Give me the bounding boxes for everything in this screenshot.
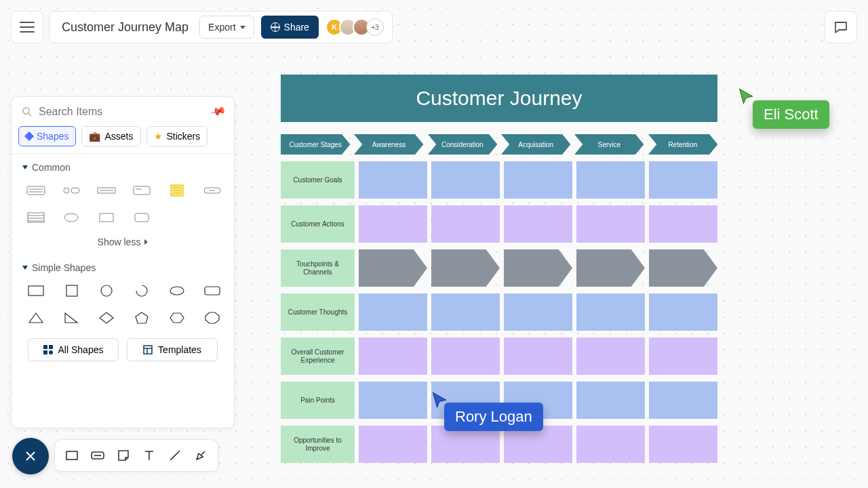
journey-cell[interactable] (431, 293, 500, 331)
shape-rounded-rect-simple[interactable] (199, 281, 226, 300)
close-panel-button[interactable] (12, 438, 49, 474)
journey-cell[interactable] (359, 426, 427, 463)
journey-cell[interactable] (576, 205, 645, 243)
share-button[interactable]: Share (261, 16, 319, 39)
stage-header[interactable]: Retention (648, 134, 717, 155)
journey-cell[interactable] (649, 426, 717, 463)
collaborator-avatars[interactable]: K +3 (326, 18, 384, 36)
shape-rounded-rect[interactable] (128, 208, 155, 227)
journey-cell[interactable] (431, 338, 500, 375)
row-label[interactable]: Overall Customer Experience (281, 338, 355, 375)
touchpoint-arrow[interactable] (504, 249, 572, 287)
stage-header[interactable]: Awareness (354, 134, 423, 155)
tab-assets[interactable]: 💼Assets (81, 126, 140, 146)
shape-connector[interactable] (58, 181, 85, 200)
shape-keyboard[interactable] (22, 181, 50, 200)
journey-title[interactable]: Customer Journey (281, 75, 717, 122)
shape-hexagon[interactable] (163, 308, 191, 327)
journey-cell[interactable] (576, 382, 645, 419)
journey-cell[interactable] (359, 205, 427, 243)
svg-rect-36 (49, 345, 53, 349)
shape-rect[interactable] (93, 208, 120, 227)
journey-cell[interactable] (649, 205, 717, 243)
svg-marker-30 (65, 313, 77, 323)
touchpoint-arrow[interactable] (649, 249, 717, 287)
tool-sticky-note[interactable] (116, 448, 131, 463)
journey-cell[interactable] (431, 426, 500, 463)
journey-cell[interactable] (504, 293, 572, 331)
tool-label[interactable] (90, 448, 105, 463)
svg-point-27 (170, 287, 184, 295)
journey-cell[interactable] (576, 293, 645, 331)
shape-rectangle[interactable] (22, 281, 50, 300)
touchpoint-arrow[interactable] (431, 249, 500, 287)
tool-pen[interactable] (193, 448, 208, 463)
journey-cell[interactable] (431, 161, 500, 199)
journey-cell[interactable] (504, 338, 572, 375)
shape-diamond[interactable] (93, 308, 120, 327)
shape-keyboard-flat[interactable] (93, 181, 120, 200)
svg-rect-25 (66, 285, 77, 296)
shape-sticky[interactable] (163, 181, 191, 200)
journey-cell[interactable] (504, 426, 572, 463)
shape-pill[interactable] (199, 181, 226, 200)
tool-rectangle[interactable] (64, 448, 79, 463)
journey-cell[interactable] (359, 338, 427, 375)
row-label[interactable]: Customer Actions (281, 205, 355, 243)
stage-header[interactable]: Customer Stages (281, 134, 350, 155)
touchpoint-arrow[interactable] (576, 249, 645, 287)
menu-button[interactable] (11, 11, 43, 43)
journey-cell[interactable] (359, 293, 427, 331)
comments-button[interactable] (825, 11, 857, 43)
shape-octagon[interactable] (199, 308, 226, 327)
shape-card[interactable] (128, 181, 155, 200)
journey-cell[interactable] (576, 161, 645, 199)
panel-scroll[interactable]: Common Show less Simple Shapes (12, 153, 234, 428)
journey-cell[interactable] (504, 161, 572, 199)
shape-pentagon[interactable] (128, 308, 155, 327)
all-shapes-button[interactable]: All Shapes (28, 338, 119, 361)
svg-marker-60 (576, 249, 645, 287)
tab-shapes[interactable]: Shapes (18, 126, 76, 146)
stage-header[interactable]: Service (574, 134, 644, 155)
journey-cell[interactable] (649, 161, 717, 199)
document-title[interactable]: Customer Journey Map (58, 20, 193, 35)
journey-cell[interactable] (649, 293, 717, 331)
row-label[interactable]: Pain Points (281, 382, 355, 419)
section-simple[interactable]: Simple Shapes (20, 254, 226, 279)
shape-triangle[interactable] (22, 308, 50, 327)
row-label[interactable]: Opportunities to Improve (281, 426, 355, 463)
journey-cell[interactable] (576, 426, 645, 463)
tool-line[interactable] (167, 448, 182, 463)
common-shapes-grid (20, 178, 226, 230)
shape-ellipse-simple[interactable] (163, 281, 191, 300)
row-label[interactable]: Customer Thoughts (281, 293, 355, 331)
row-label[interactable]: Touchpoints & Channels (281, 249, 355, 287)
journey-cell[interactable] (649, 382, 717, 419)
journey-cell[interactable] (504, 205, 572, 243)
shape-arc[interactable] (128, 281, 155, 300)
shape-right-triangle[interactable] (58, 308, 85, 327)
avatar-more[interactable]: +3 (366, 18, 384, 36)
journey-cell[interactable] (359, 382, 427, 419)
journey-cell[interactable] (431, 205, 500, 243)
shape-table[interactable] (22, 208, 50, 227)
journey-cell[interactable] (576, 338, 645, 375)
shape-circle[interactable] (93, 281, 120, 300)
export-button[interactable]: Export (199, 16, 254, 39)
section-common[interactable]: Common (20, 154, 226, 178)
shape-ellipse[interactable] (58, 208, 85, 227)
touchpoint-arrow[interactable] (359, 249, 427, 287)
show-less-button[interactable]: Show less (20, 230, 226, 254)
row-label[interactable]: Customer Goals (281, 161, 355, 199)
tool-text[interactable] (142, 448, 157, 463)
stage-header[interactable]: Acquisation (501, 134, 570, 155)
search-input[interactable] (39, 106, 205, 118)
stage-header[interactable]: Consideration (428, 134, 497, 155)
journey-cell[interactable] (649, 338, 717, 375)
tab-stickers[interactable]: ★Stickers (146, 126, 208, 146)
templates-button[interactable]: Templates (127, 338, 218, 361)
pin-icon[interactable]: 📌 (209, 102, 227, 120)
journey-cell[interactable] (359, 161, 427, 199)
shape-square[interactable] (58, 281, 85, 300)
